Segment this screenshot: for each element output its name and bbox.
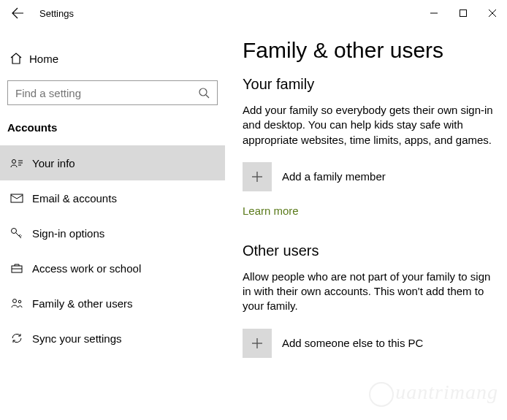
- search-input[interactable]: [7, 80, 218, 105]
- sidebar-home-label: Home: [29, 53, 58, 65]
- add-other-label: Add someone else to this PC: [282, 337, 423, 349]
- family-description: Add your family so everybody gets their …: [243, 103, 497, 148]
- sidebar-item-label: Family & other users: [32, 297, 133, 310]
- other-users-heading: Other users: [243, 243, 497, 259]
- sidebar: Home Accounts Your info Email & acco: [0, 26, 225, 420]
- sidebar-item-sync[interactable]: Sync your settings: [0, 321, 225, 356]
- window-controls: [419, 0, 507, 26]
- plus-icon: [250, 336, 264, 351]
- sidebar-item-work-school[interactable]: Access work or school: [0, 251, 225, 286]
- svg-point-4: [12, 160, 16, 164]
- arrow-left-icon: [11, 7, 24, 20]
- user-card-icon: [9, 157, 25, 169]
- svg-point-13: [18, 300, 21, 303]
- other-users-description: Allow people who are not part of your fa…: [243, 270, 497, 314]
- sidebar-item-signin-options[interactable]: Sign-in options: [0, 215, 225, 251]
- sidebar-item-label: Your info: [32, 157, 75, 169]
- svg-point-2: [199, 88, 207, 96]
- svg-line-3: [206, 95, 209, 98]
- sidebar-item-email-accounts[interactable]: Email & accounts: [0, 180, 225, 215]
- key-icon: [9, 227, 25, 239]
- plus-box: [243, 162, 272, 191]
- content-pane: Family & other users Your family Add you…: [225, 26, 507, 420]
- main-area: Home Accounts Your info Email & acco: [0, 26, 507, 420]
- window-title: Settings: [39, 8, 74, 19]
- svg-point-9: [12, 229, 17, 234]
- learn-more-link[interactable]: Learn more: [243, 205, 299, 217]
- briefcase-icon: [9, 262, 25, 274]
- back-button[interactable]: [4, 0, 31, 26]
- sidebar-category: Accounts: [0, 105, 225, 145]
- maximize-button[interactable]: [449, 0, 478, 26]
- page-title: Family & other users: [243, 38, 497, 63]
- plus-box: [243, 329, 272, 358]
- sidebar-item-label: Sign-in options: [32, 227, 104, 240]
- svg-point-12: [13, 299, 17, 303]
- minimize-button[interactable]: [419, 0, 449, 26]
- sidebar-item-label: Email & accounts: [32, 192, 117, 205]
- svg-rect-1: [460, 10, 467, 17]
- mail-icon: [9, 193, 25, 203]
- add-other-user-button[interactable]: Add someone else to this PC: [243, 329, 497, 358]
- sidebar-item-label: Access work or school: [32, 262, 141, 275]
- add-family-label: Add a family member: [282, 170, 386, 183]
- sidebar-item-family-users[interactable]: Family & other users: [0, 286, 225, 321]
- sidebar-item-your-info[interactable]: Your info: [0, 145, 225, 180]
- close-button[interactable]: [478, 0, 507, 26]
- minimize-icon: [430, 9, 438, 18]
- plus-icon: [250, 169, 264, 184]
- add-family-member-button[interactable]: Add a family member: [243, 162, 497, 191]
- sidebar-home[interactable]: Home: [0, 42, 225, 75]
- search-icon: [198, 87, 210, 99]
- search-wrap: [0, 75, 225, 105]
- search-field[interactable]: [15, 87, 192, 99]
- maximize-icon: [459, 9, 468, 18]
- close-icon: [488, 9, 497, 18]
- people-icon: [9, 297, 25, 309]
- sidebar-item-label: Sync your settings: [32, 332, 122, 345]
- titlebar: Settings: [0, 0, 507, 26]
- family-heading: Your family: [243, 76, 497, 93]
- home-icon: [9, 52, 23, 65]
- sync-icon: [9, 332, 25, 344]
